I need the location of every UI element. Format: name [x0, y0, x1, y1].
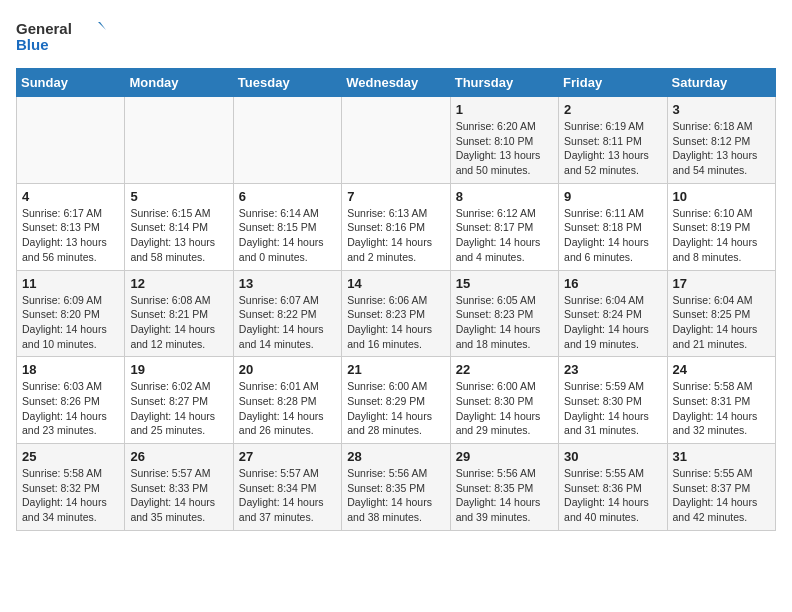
calendar-cell: 16Sunrise: 6:04 AMSunset: 8:24 PMDayligh… [559, 270, 667, 357]
day-number: 25 [22, 449, 119, 464]
svg-text:General: General [16, 20, 72, 37]
svg-marker-3 [98, 22, 106, 30]
calendar-cell: 1Sunrise: 6:20 AMSunset: 8:10 PMDaylight… [450, 97, 558, 184]
day-number: 28 [347, 449, 444, 464]
day-number: 19 [130, 362, 227, 377]
day-number: 4 [22, 189, 119, 204]
day-info: Sunrise: 6:09 AMSunset: 8:20 PMDaylight:… [22, 293, 119, 352]
day-number: 23 [564, 362, 661, 377]
svg-text:Blue: Blue [16, 36, 49, 53]
day-number: 2 [564, 102, 661, 117]
calendar-cell [17, 97, 125, 184]
calendar-cell: 5Sunrise: 6:15 AMSunset: 8:14 PMDaylight… [125, 183, 233, 270]
calendar-cell: 29Sunrise: 5:56 AMSunset: 8:35 PMDayligh… [450, 444, 558, 531]
calendar-table: SundayMondayTuesdayWednesdayThursdayFrid… [16, 68, 776, 531]
weekday-header-sunday: Sunday [17, 69, 125, 97]
calendar-cell: 28Sunrise: 5:56 AMSunset: 8:35 PMDayligh… [342, 444, 450, 531]
weekday-header-tuesday: Tuesday [233, 69, 341, 97]
day-info: Sunrise: 6:17 AMSunset: 8:13 PMDaylight:… [22, 206, 119, 265]
day-info: Sunrise: 5:55 AMSunset: 8:36 PMDaylight:… [564, 466, 661, 525]
day-info: Sunrise: 6:13 AMSunset: 8:16 PMDaylight:… [347, 206, 444, 265]
calendar-cell: 13Sunrise: 6:07 AMSunset: 8:22 PMDayligh… [233, 270, 341, 357]
day-number: 15 [456, 276, 553, 291]
day-info: Sunrise: 6:04 AMSunset: 8:24 PMDaylight:… [564, 293, 661, 352]
day-info: Sunrise: 5:59 AMSunset: 8:30 PMDaylight:… [564, 379, 661, 438]
day-info: Sunrise: 6:06 AMSunset: 8:23 PMDaylight:… [347, 293, 444, 352]
day-number: 26 [130, 449, 227, 464]
day-number: 17 [673, 276, 770, 291]
calendar-cell: 27Sunrise: 5:57 AMSunset: 8:34 PMDayligh… [233, 444, 341, 531]
day-info: Sunrise: 6:03 AMSunset: 8:26 PMDaylight:… [22, 379, 119, 438]
calendar-cell: 31Sunrise: 5:55 AMSunset: 8:37 PMDayligh… [667, 444, 775, 531]
day-number: 11 [22, 276, 119, 291]
calendar-cell: 17Sunrise: 6:04 AMSunset: 8:25 PMDayligh… [667, 270, 775, 357]
calendar-cell: 14Sunrise: 6:06 AMSunset: 8:23 PMDayligh… [342, 270, 450, 357]
logo: General Blue [16, 16, 106, 58]
calendar-cell: 30Sunrise: 5:55 AMSunset: 8:36 PMDayligh… [559, 444, 667, 531]
day-info: Sunrise: 6:00 AMSunset: 8:30 PMDaylight:… [456, 379, 553, 438]
day-number: 16 [564, 276, 661, 291]
day-info: Sunrise: 5:55 AMSunset: 8:37 PMDaylight:… [673, 466, 770, 525]
day-info: Sunrise: 6:11 AMSunset: 8:18 PMDaylight:… [564, 206, 661, 265]
day-info: Sunrise: 5:56 AMSunset: 8:35 PMDaylight:… [347, 466, 444, 525]
calendar-cell: 18Sunrise: 6:03 AMSunset: 8:26 PMDayligh… [17, 357, 125, 444]
day-number: 31 [673, 449, 770, 464]
calendar-cell: 8Sunrise: 6:12 AMSunset: 8:17 PMDaylight… [450, 183, 558, 270]
day-info: Sunrise: 6:02 AMSunset: 8:27 PMDaylight:… [130, 379, 227, 438]
day-number: 3 [673, 102, 770, 117]
day-number: 9 [564, 189, 661, 204]
calendar-cell: 15Sunrise: 6:05 AMSunset: 8:23 PMDayligh… [450, 270, 558, 357]
day-number: 7 [347, 189, 444, 204]
day-info: Sunrise: 5:57 AMSunset: 8:34 PMDaylight:… [239, 466, 336, 525]
calendar-cell: 12Sunrise: 6:08 AMSunset: 8:21 PMDayligh… [125, 270, 233, 357]
day-info: Sunrise: 6:15 AMSunset: 8:14 PMDaylight:… [130, 206, 227, 265]
day-info: Sunrise: 5:57 AMSunset: 8:33 PMDaylight:… [130, 466, 227, 525]
day-number: 12 [130, 276, 227, 291]
day-number: 13 [239, 276, 336, 291]
day-info: Sunrise: 6:14 AMSunset: 8:15 PMDaylight:… [239, 206, 336, 265]
calendar-cell: 9Sunrise: 6:11 AMSunset: 8:18 PMDaylight… [559, 183, 667, 270]
calendar-cell: 21Sunrise: 6:00 AMSunset: 8:29 PMDayligh… [342, 357, 450, 444]
calendar-cell: 22Sunrise: 6:00 AMSunset: 8:30 PMDayligh… [450, 357, 558, 444]
day-number: 1 [456, 102, 553, 117]
calendar-cell [233, 97, 341, 184]
weekday-header-monday: Monday [125, 69, 233, 97]
calendar-cell: 11Sunrise: 6:09 AMSunset: 8:20 PMDayligh… [17, 270, 125, 357]
day-number: 8 [456, 189, 553, 204]
day-info: Sunrise: 6:10 AMSunset: 8:19 PMDaylight:… [673, 206, 770, 265]
calendar-cell: 25Sunrise: 5:58 AMSunset: 8:32 PMDayligh… [17, 444, 125, 531]
day-number: 6 [239, 189, 336, 204]
weekday-header-saturday: Saturday [667, 69, 775, 97]
calendar-cell: 7Sunrise: 6:13 AMSunset: 8:16 PMDaylight… [342, 183, 450, 270]
calendar-cell: 19Sunrise: 6:02 AMSunset: 8:27 PMDayligh… [125, 357, 233, 444]
calendar-cell: 23Sunrise: 5:59 AMSunset: 8:30 PMDayligh… [559, 357, 667, 444]
day-number: 21 [347, 362, 444, 377]
day-info: Sunrise: 6:08 AMSunset: 8:21 PMDaylight:… [130, 293, 227, 352]
day-info: Sunrise: 5:56 AMSunset: 8:35 PMDaylight:… [456, 466, 553, 525]
calendar-cell [342, 97, 450, 184]
day-info: Sunrise: 6:00 AMSunset: 8:29 PMDaylight:… [347, 379, 444, 438]
calendar-cell: 10Sunrise: 6:10 AMSunset: 8:19 PMDayligh… [667, 183, 775, 270]
day-info: Sunrise: 6:04 AMSunset: 8:25 PMDaylight:… [673, 293, 770, 352]
day-info: Sunrise: 6:20 AMSunset: 8:10 PMDaylight:… [456, 119, 553, 178]
logo-icon: General Blue [16, 16, 106, 58]
calendar-cell: 24Sunrise: 5:58 AMSunset: 8:31 PMDayligh… [667, 357, 775, 444]
day-number: 27 [239, 449, 336, 464]
weekday-header-wednesday: Wednesday [342, 69, 450, 97]
calendar-cell [125, 97, 233, 184]
day-info: Sunrise: 6:18 AMSunset: 8:12 PMDaylight:… [673, 119, 770, 178]
calendar-cell: 3Sunrise: 6:18 AMSunset: 8:12 PMDaylight… [667, 97, 775, 184]
weekday-header-thursday: Thursday [450, 69, 558, 97]
day-info: Sunrise: 5:58 AMSunset: 8:32 PMDaylight:… [22, 466, 119, 525]
day-info: Sunrise: 6:07 AMSunset: 8:22 PMDaylight:… [239, 293, 336, 352]
day-number: 24 [673, 362, 770, 377]
day-number: 10 [673, 189, 770, 204]
day-number: 22 [456, 362, 553, 377]
day-info: Sunrise: 6:01 AMSunset: 8:28 PMDaylight:… [239, 379, 336, 438]
day-number: 20 [239, 362, 336, 377]
day-number: 29 [456, 449, 553, 464]
calendar-cell: 6Sunrise: 6:14 AMSunset: 8:15 PMDaylight… [233, 183, 341, 270]
calendar-cell: 26Sunrise: 5:57 AMSunset: 8:33 PMDayligh… [125, 444, 233, 531]
calendar-cell: 2Sunrise: 6:19 AMSunset: 8:11 PMDaylight… [559, 97, 667, 184]
calendar-cell: 20Sunrise: 6:01 AMSunset: 8:28 PMDayligh… [233, 357, 341, 444]
